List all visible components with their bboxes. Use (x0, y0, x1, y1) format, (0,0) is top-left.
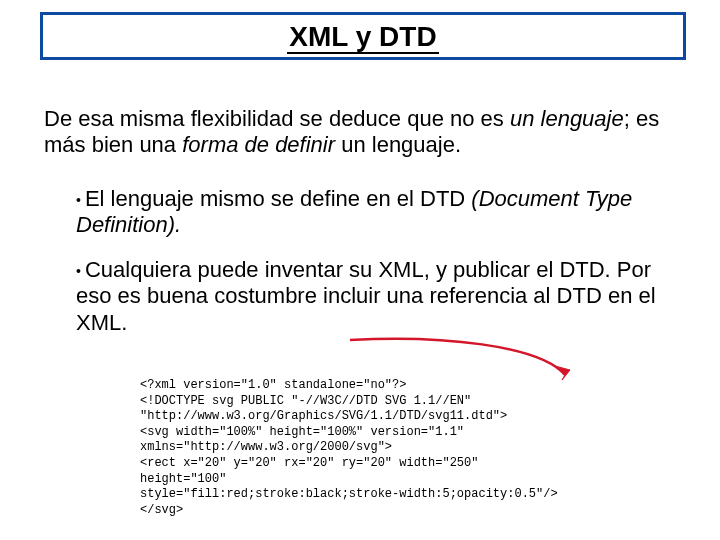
bullet-dot-icon: • (76, 263, 81, 279)
emphasis: forma de definir (182, 132, 335, 157)
bullet-dot-icon: • (76, 192, 81, 208)
text: Cualquiera puede inventar su XML, y publ… (76, 257, 656, 335)
text: un lenguaje. (335, 132, 461, 157)
bullet-list: •El lenguaje mismo se define en el DTD (… (76, 186, 666, 354)
emphasis: un lenguaje (510, 106, 624, 131)
bullet-item: •Cualquiera puede inventar su XML, y pub… (76, 257, 666, 336)
bullet-item: •El lenguaje mismo se define en el DTD (… (76, 186, 666, 239)
text: El lenguaje mismo se define en el DTD (85, 186, 471, 211)
code-block: <?xml version="1.0" standalone="no"?> <!… (140, 378, 620, 518)
intro-paragraph: De esa misma flexibilidad se deduce que … (44, 106, 674, 159)
text: De esa misma flexibilidad se deduce que … (44, 106, 510, 131)
title-box: XML y DTD (40, 12, 686, 60)
page-title: XML y DTD (287, 21, 438, 54)
